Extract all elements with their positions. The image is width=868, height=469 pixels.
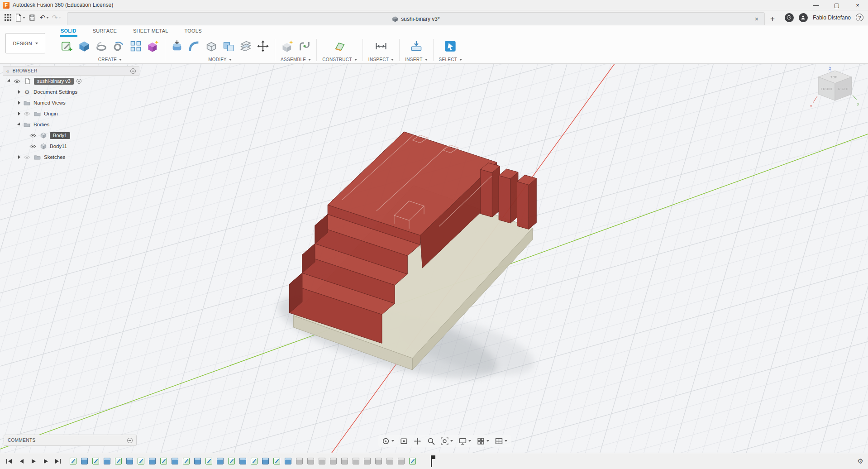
browser-item-origin[interactable]: Origin bbox=[3, 108, 139, 119]
timeline-feature-7-sketch[interactable] bbox=[138, 458, 144, 464]
pattern-icon[interactable] bbox=[129, 40, 142, 53]
expand-triangle-icon[interactable] bbox=[17, 122, 21, 126]
tab-sheet-metal[interactable]: SHEET METAL bbox=[132, 25, 169, 37]
timeline-feature-28-extrude-gray[interactable] bbox=[375, 458, 382, 464]
help-button[interactable]: ? bbox=[856, 14, 863, 21]
group-label-assemble[interactable]: ASSEMBLE bbox=[281, 56, 311, 63]
browser-header[interactable]: « BROWSER bbox=[3, 66, 139, 76]
sweep-icon[interactable] bbox=[112, 40, 125, 53]
viewcube-right-label[interactable]: RIGHT bbox=[838, 87, 849, 91]
skip-to-start-button[interactable] bbox=[5, 457, 14, 465]
group-label-modify[interactable]: MODIFY bbox=[208, 56, 232, 63]
timeline-feature-10-extrude[interactable] bbox=[172, 458, 178, 464]
timeline-feature-26-extrude-gray[interactable] bbox=[353, 458, 359, 464]
timeline-feature-13-sketch[interactable] bbox=[205, 458, 212, 464]
group-label-inspect[interactable]: INSPECT bbox=[368, 56, 394, 63]
joint-icon[interactable] bbox=[298, 40, 311, 53]
step-back-button[interactable] bbox=[17, 457, 26, 465]
offset-face-icon[interactable] bbox=[239, 40, 252, 53]
timeline-feature-8-extrude[interactable] bbox=[149, 458, 156, 464]
create-form-icon[interactable] bbox=[147, 40, 159, 53]
display-settings-button[interactable] bbox=[459, 437, 471, 445]
skip-to-end-button[interactable] bbox=[53, 457, 62, 465]
body-label-selected[interactable]: Body1 bbox=[50, 132, 70, 139]
item-label[interactable]: Body11 bbox=[50, 144, 67, 149]
browser-item-named-views[interactable]: Named Views bbox=[3, 97, 139, 108]
close-button[interactable]: × bbox=[847, 0, 868, 10]
viewcube-front-label[interactable]: FRONT bbox=[821, 87, 833, 91]
item-label[interactable]: Bodies bbox=[33, 122, 49, 127]
browser-item-body11[interactable]: Body11 bbox=[3, 141, 139, 152]
visibility-eye-icon[interactable] bbox=[29, 144, 37, 148]
timeline-feature-27-extrude-gray[interactable] bbox=[364, 458, 371, 464]
new-tab-button[interactable]: + bbox=[767, 13, 778, 25]
create-sketch-icon[interactable] bbox=[61, 40, 73, 53]
redo-button[interactable]: ↷ bbox=[51, 12, 62, 24]
item-label[interactable]: Document Settings bbox=[33, 89, 77, 95]
group-label-insert[interactable]: INSERT bbox=[405, 56, 427, 63]
browser-minimize-icon[interactable] bbox=[130, 68, 136, 74]
comments-bar[interactable]: COMMENTS bbox=[4, 435, 137, 446]
timeline-feature-4-extrude[interactable] bbox=[104, 458, 110, 464]
user-avatar[interactable] bbox=[799, 13, 808, 22]
undo-button[interactable]: ↶ bbox=[39, 12, 50, 24]
timeline-feature-24-extrude-gray[interactable] bbox=[330, 458, 337, 464]
visibility-eye-icon[interactable] bbox=[13, 79, 21, 83]
viewcube-top-label[interactable]: TOP bbox=[830, 76, 838, 79]
tab-solid[interactable]: SOLID bbox=[60, 25, 77, 37]
browser-item-sketches[interactable]: Sketches bbox=[3, 152, 139, 163]
visibility-eye-icon[interactable] bbox=[29, 134, 37, 138]
browser-item-document-settings[interactable]: ⚙ Document Settings bbox=[3, 86, 139, 97]
play-button[interactable] bbox=[29, 457, 38, 465]
timeline-feature-20-extrude[interactable] bbox=[285, 458, 291, 464]
workspace-selector[interactable]: DESIGN bbox=[5, 33, 45, 53]
select-icon[interactable] bbox=[444, 40, 457, 53]
timeline-feature-31-sketch[interactable] bbox=[409, 458, 416, 464]
group-label-create[interactable]: CREATE bbox=[98, 56, 122, 63]
timeline-feature-6-extrude[interactable] bbox=[126, 458, 133, 464]
timeline-feature-23-extrude-gray[interactable] bbox=[319, 458, 325, 464]
browser-item-root[interactable]: sushi-binary v3 bbox=[3, 76, 139, 86]
collapse-panel-icon[interactable]: « bbox=[6, 68, 10, 74]
expand-triangle-icon[interactable] bbox=[18, 112, 20, 115]
tab-tools[interactable]: TOOLS bbox=[184, 25, 203, 37]
expand-triangle-icon[interactable] bbox=[18, 90, 20, 94]
extrude-icon[interactable] bbox=[78, 40, 91, 53]
item-label[interactable]: Origin bbox=[44, 111, 58, 116]
fillet-icon[interactable] bbox=[188, 40, 200, 53]
timeline-feature-22-extrude-gray[interactable] bbox=[307, 458, 314, 464]
viewports-button[interactable] bbox=[495, 437, 507, 445]
timeline-feature-11-sketch[interactable] bbox=[183, 458, 190, 464]
timeline-feature-15-sketch[interactable] bbox=[228, 458, 235, 464]
group-label-construct[interactable]: CONSTRUCT bbox=[322, 56, 357, 63]
comments-minimize-icon[interactable] bbox=[127, 438, 133, 443]
user-name[interactable]: Fabio Distefano bbox=[813, 14, 851, 21]
save-button[interactable] bbox=[27, 12, 38, 24]
timeline-feature-1-sketch[interactable] bbox=[70, 458, 76, 464]
grid-settings-button[interactable] bbox=[477, 437, 489, 445]
group-label-select[interactable]: SELECT bbox=[439, 56, 463, 63]
maximize-button[interactable]: ▢ bbox=[826, 0, 847, 10]
visibility-eye-off-icon[interactable] bbox=[23, 155, 31, 159]
zoom-button[interactable] bbox=[427, 437, 435, 445]
pan-button[interactable] bbox=[414, 437, 421, 445]
browser-item-body1[interactable]: Body1 bbox=[3, 130, 139, 141]
construction-plane-icon[interactable] bbox=[334, 40, 346, 53]
root-component-label[interactable]: sushi-binary v3 bbox=[34, 78, 74, 85]
viewcube[interactable]: z TOP FRONT RIGHT x y bbox=[809, 65, 862, 114]
minimize-button[interactable]: — bbox=[806, 0, 826, 10]
visibility-eye-off-icon[interactable] bbox=[23, 112, 31, 116]
expand-triangle-icon[interactable] bbox=[7, 79, 11, 83]
step-forward-button[interactable] bbox=[41, 457, 50, 465]
activate-component-radio[interactable] bbox=[76, 79, 81, 84]
app-grid-menu-icon[interactable] bbox=[2, 12, 13, 24]
timeline-feature-19-sketch[interactable] bbox=[273, 458, 280, 464]
expand-triangle-icon[interactable] bbox=[18, 101, 20, 105]
orbit-button[interactable] bbox=[382, 437, 394, 445]
timeline-feature-9-sketch[interactable] bbox=[160, 458, 167, 464]
document-tab-close-icon[interactable]: × bbox=[753, 15, 761, 23]
job-status-icon[interactable] bbox=[785, 13, 794, 22]
item-label[interactable]: Sketches bbox=[44, 154, 65, 160]
timeline-feature-30-extrude-gray[interactable] bbox=[398, 458, 405, 464]
expand-triangle-icon[interactable] bbox=[18, 155, 20, 159]
